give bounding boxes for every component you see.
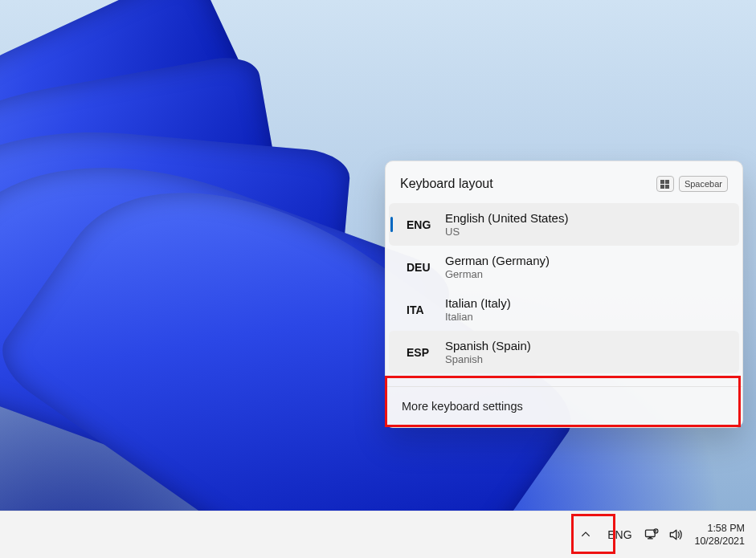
speaker-icon — [668, 527, 684, 543]
language-abbr: ENG — [389, 218, 445, 231]
language-sublabel: Italian — [445, 311, 734, 323]
language-abbr: ESP — [389, 346, 445, 359]
more-keyboard-settings-link[interactable]: More keyboard settings — [386, 387, 742, 427]
language-item-esp[interactable]: ESPSpanish (Spain)Spanish — [389, 331, 739, 373]
flyout-title: Keyboard layout — [400, 177, 493, 191]
taskbar: ENG 1:58 PM 10/28/2021 — [0, 511, 756, 558]
windows-key-icon — [656, 176, 674, 192]
language-name: Spanish (Spain) — [445, 339, 734, 352]
clock-time: 1:58 PM — [707, 522, 745, 535]
spacebar-key: Spacebar — [679, 176, 728, 192]
language-abbr: ITA — [389, 303, 445, 316]
language-item-eng[interactable]: ENGEnglish (United States)US — [389, 203, 739, 246]
show-hidden-icons-button[interactable] — [572, 516, 599, 553]
language-sublabel: Spanish — [445, 353, 734, 365]
network-icon — [644, 527, 660, 543]
language-item-deu[interactable]: DEUGerman (Germany)German — [389, 246, 739, 288]
clock-button[interactable]: 1:58 PM 10/28/2021 — [688, 522, 751, 548]
clock-date: 10/28/2021 — [694, 535, 745, 548]
svg-rect-1 — [649, 537, 652, 539]
language-sublabel: US — [445, 226, 734, 238]
language-abbr: DEU — [389, 261, 445, 274]
language-name: English (United States) — [445, 211, 734, 225]
keyboard-layout-flyout: Keyboard layout Spacebar ENGEnglish (Uni… — [385, 161, 743, 428]
network-button[interactable] — [640, 516, 664, 553]
shortcut-hint: Spacebar — [656, 176, 728, 192]
chevron-up-icon — [580, 529, 591, 540]
volume-button[interactable] — [664, 516, 688, 553]
system-tray: ENG 1:58 PM 10/28/2021 — [572, 516, 751, 553]
language-indicator-button[interactable]: ENG — [599, 516, 640, 553]
language-list: ENGEnglish (United States)USDEUGerman (G… — [386, 203, 742, 378]
language-name: Italian (Italy) — [445, 296, 734, 310]
svg-rect-2 — [648, 538, 653, 539]
language-sublabel: German — [445, 268, 734, 280]
language-item-ita[interactable]: ITAItalian (Italy)Italian — [389, 288, 739, 331]
language-name: German (Germany) — [445, 254, 734, 267]
